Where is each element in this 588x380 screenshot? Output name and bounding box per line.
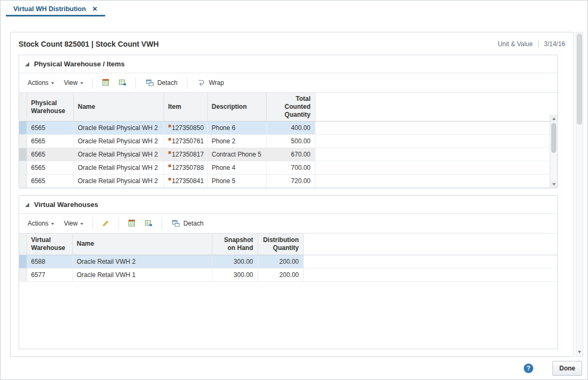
col-name[interactable]: Name <box>73 93 164 122</box>
col-description[interactable]: Description <box>207 93 266 122</box>
table-row[interactable]: 6565 Oracle Retail Physical WH 2 1273508… <box>19 122 557 135</box>
cell-total-counted-quantity: 720.00 <box>266 175 315 188</box>
toolbar-separator <box>161 218 162 229</box>
col-snapshot-on-hand[interactable]: Snapshot on Hand <box>212 234 258 255</box>
contextual-info-icon[interactable] <box>168 165 171 167</box>
col-total-counted-quantity[interactable]: Total Counted Quantity <box>266 93 315 122</box>
page-scrollbar[interactable] <box>576 32 583 357</box>
export-to-excel-button[interactable] <box>124 217 140 230</box>
edit-button[interactable] <box>98 217 114 230</box>
export-data-icon <box>118 79 127 87</box>
actions-menu-button[interactable]: Actions <box>23 217 58 230</box>
physical-table-scrollbar[interactable] <box>550 115 557 188</box>
table-row[interactable]: 6565 Oracle Retail Physical WH 2 1273507… <box>19 161 557 175</box>
cell-snapshot-on-hand: 300.00 <box>212 268 258 281</box>
detach-button[interactable]: Detach <box>167 217 208 230</box>
contextual-info-icon[interactable] <box>168 138 171 141</box>
row-selector-header <box>19 93 27 122</box>
chevron-down-icon <box>80 82 83 84</box>
export-data-icon <box>144 219 153 228</box>
table-header-row: Virtual Warehouse Name Snapshot on Hand … <box>19 234 557 255</box>
virtual-section-header: Virtual Warehouses <box>19 196 557 213</box>
virtual-warehouses-table-wrap: Virtual Warehouse Name Snapshot on Hand … <box>19 233 557 282</box>
col-item[interactable]: Item <box>164 93 207 122</box>
header-meta: Unit & Value 3/14/16 <box>498 40 565 48</box>
physical-section-title: Physical Warehouse / Items <box>34 60 125 68</box>
pencil-icon <box>101 219 110 228</box>
collapse-section-icon[interactable] <box>25 203 29 207</box>
detach-label: Detach <box>157 79 177 87</box>
cell-item: 127350817 <box>164 148 207 161</box>
view-menu-label: View <box>64 79 78 87</box>
cell-distribution-quantity: 200.00 <box>258 268 303 281</box>
page-title: Stock Count 825001 | Stock Count VWH <box>19 40 159 48</box>
table-row[interactable]: 6565 Oracle Retail Physical WH 2 1273508… <box>19 175 557 188</box>
export-data-button[interactable] <box>115 76 131 90</box>
scrollbar-thumb[interactable] <box>577 33 582 125</box>
scrollbar-thumb[interactable] <box>551 123 556 153</box>
physical-section-header: Physical Warehouse / Items <box>19 55 557 73</box>
cell-item: 127350788 <box>164 161 207 175</box>
cell-physical-warehouse: 6565 <box>27 148 73 161</box>
app-window: Virtual WH Distribution ✕ Stock Count 82… <box>0 0 588 380</box>
row-selector[interactable] <box>19 268 27 281</box>
col-virtual-warehouse[interactable]: Virtual Warehouse <box>27 234 72 255</box>
virtual-section-title: Virtual Warehouses <box>34 201 98 209</box>
view-menu-button[interactable]: View <box>59 217 88 230</box>
col-physical-warehouse[interactable]: Physical Warehouse <box>27 93 73 122</box>
actions-menu-button[interactable]: Actions <box>23 76 58 90</box>
cell-virtual-warehouse: 6577 <box>27 268 72 281</box>
row-selector[interactable] <box>19 135 27 148</box>
count-mode-label: Unit & Value <box>498 40 533 48</box>
tab-close-icon[interactable]: ✕ <box>92 6 98 12</box>
cell-snapshot-on-hand: 300.00 <box>212 255 258 268</box>
col-name[interactable]: Name <box>72 234 212 255</box>
export-to-excel-button[interactable] <box>98 76 114 90</box>
col-distribution-quantity[interactable]: Distribution Quantity <box>258 234 303 255</box>
contextual-info-icon[interactable] <box>168 125 171 127</box>
actions-menu-label: Actions <box>28 220 48 227</box>
table-row[interactable]: 6565 Oracle Retail Physical WH 2 1273508… <box>19 148 557 161</box>
row-selector[interactable] <box>19 148 27 161</box>
cell-name: Oracle Retail VWH 1 <box>72 268 212 281</box>
cell-description: Phone 2 <box>207 135 266 148</box>
cell-name: Oracle Retail Physical WH 2 <box>73 148 164 161</box>
physical-toolbar: Actions View <box>19 73 557 92</box>
row-selector[interactable] <box>19 161 27 175</box>
chevron-down-icon <box>51 82 54 84</box>
detach-button[interactable]: Detach <box>141 76 182 90</box>
physical-items-table: Physical Warehouse Name Item Description… <box>19 93 557 188</box>
content-area: Stock Count 825001 | Stock Count VWH Uni… <box>10 32 583 357</box>
wrap-label: Wrap <box>209 79 224 87</box>
view-menu-button[interactable]: View <box>59 76 88 90</box>
stock-count-panel: Stock Count 825001 | Stock Count VWH Uni… <box>10 32 574 357</box>
row-selector[interactable] <box>19 175 27 188</box>
detach-icon <box>146 79 154 87</box>
actions-menu-label: Actions <box>28 79 48 87</box>
virtual-toolbar: Actions View <box>19 213 557 233</box>
table-row[interactable]: 6565 Oracle Retail Physical WH 2 1273507… <box>19 135 557 148</box>
wrap-button[interactable]: Wrap <box>192 76 228 90</box>
row-selector[interactable] <box>19 255 27 268</box>
done-button[interactable]: Done <box>552 361 582 376</box>
scroll-down-icon[interactable] <box>550 180 557 188</box>
collapse-section-icon[interactable] <box>25 62 29 66</box>
cell-description: Phone 4 <box>207 161 266 175</box>
cell-name: Oracle Retail Physical WH 2 <box>73 161 164 175</box>
table-row[interactable]: 6588 Oracle Retail VWH 2 300.00 200.00 <box>19 255 557 268</box>
cell-physical-warehouse: 6565 <box>27 161 73 175</box>
toolbar-separator <box>92 77 93 89</box>
contextual-info-icon[interactable] <box>168 151 171 154</box>
table-row[interactable]: 6577 Oracle Retail VWH 1 300.00 200.00 <box>19 268 557 281</box>
cell-name: Oracle Retail VWH 2 <box>72 255 212 268</box>
tab-virtual-wh-distribution[interactable]: Virtual WH Distribution ✕ <box>6 2 105 16</box>
cell-description: Phone 5 <box>207 175 266 188</box>
help-icon[interactable]: ? <box>524 364 533 373</box>
toolbar-separator <box>92 218 93 229</box>
export-data-button[interactable] <box>141 217 157 230</box>
scroll-down-icon[interactable] <box>576 348 583 356</box>
scroll-up-icon[interactable] <box>550 115 557 122</box>
toolbar-separator <box>135 77 136 89</box>
row-selector[interactable] <box>19 122 27 135</box>
contextual-info-icon[interactable] <box>168 178 171 180</box>
